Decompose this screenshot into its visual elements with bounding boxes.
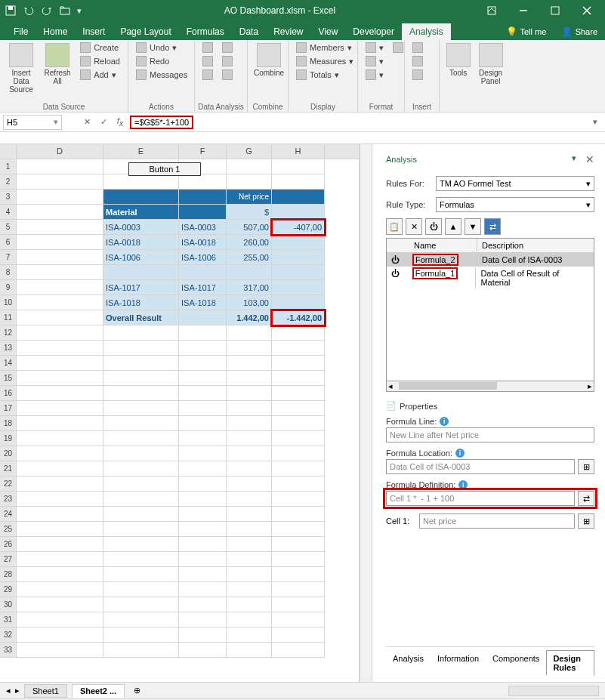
tab-developer[interactable]: Developer: [345, 23, 402, 40]
cell-material[interactable]: Material: [103, 205, 179, 220]
row-header[interactable]: 3: [0, 190, 17, 205]
cancel-icon[interactable]: ✕: [80, 116, 94, 129]
formula-line-input[interactable]: [386, 427, 594, 443]
row-header[interactable]: 30: [0, 597, 17, 612]
overall-result-label[interactable]: Overall Result: [103, 310, 179, 325]
swap-button[interactable]: [219, 69, 236, 81]
row-header[interactable]: 31: [0, 612, 17, 628]
row-header[interactable]: 20: [0, 446, 17, 461]
info-icon[interactable]: i: [458, 480, 468, 489]
hierarchy-button[interactable]: [219, 42, 236, 54]
rules-for-select[interactable]: TM AO Formel Test▾: [436, 176, 594, 191]
combine-button[interactable]: Combine: [252, 42, 286, 79]
col-header-e[interactable]: E: [103, 144, 179, 159]
totals-button[interactable]: Totals ▾: [293, 69, 357, 81]
row-header[interactable]: 13: [0, 341, 17, 356]
delete-rule-button[interactable]: ✕: [406, 218, 422, 235]
design-panel-button[interactable]: Design Panel: [475, 42, 506, 87]
insert-2-button[interactable]: [409, 55, 426, 67]
row-header[interactable]: 7: [0, 250, 17, 265]
tab-formulas[interactable]: Formulas: [179, 23, 232, 40]
format-1-button[interactable]: ▾: [363, 42, 387, 54]
minimize-button[interactable]: [508, 0, 539, 21]
row-header[interactable]: 27: [0, 552, 17, 567]
maximize-button[interactable]: [540, 0, 570, 21]
rule-row[interactable]: ⏻ Formula_2 Data Cell of ISA-0003: [387, 253, 594, 267]
formula-input[interactable]: =$G$5*-1+100: [134, 118, 189, 127]
row-header[interactable]: 17: [0, 401, 17, 416]
row-header[interactable]: 10: [0, 295, 17, 310]
name-box[interactable]: H5▾: [3, 115, 62, 130]
tab-data[interactable]: Data: [232, 23, 266, 40]
select-all-corner[interactable]: [0, 144, 17, 159]
calc-button[interactable]: [219, 55, 236, 67]
expand-formula-icon[interactable]: ▾: [588, 116, 602, 129]
info-icon[interactable]: i: [455, 449, 465, 458]
undo-icon[interactable]: [21, 3, 36, 18]
tab-view[interactable]: View: [311, 23, 346, 40]
row-header[interactable]: 15: [0, 371, 17, 386]
col-header-d[interactable]: D: [17, 144, 103, 159]
sheet-tab-sheet2[interactable]: Sheet2 ...: [72, 684, 125, 698]
col-header-h[interactable]: H: [272, 144, 325, 159]
row-header[interactable]: 32: [0, 628, 17, 643]
format-2-button[interactable]: ▾: [363, 55, 387, 67]
add-button[interactable]: Add ▾: [77, 69, 123, 81]
fx-icon[interactable]: fx: [113, 116, 127, 129]
tab-analysis[interactable]: Analysis: [402, 23, 451, 40]
redo-icon[interactable]: [39, 3, 54, 18]
row-header[interactable]: 6: [0, 235, 17, 250]
sheet-nav-prev[interactable]: ◂: [6, 686, 11, 695]
overall-total-g[interactable]: 1.442,00: [227, 310, 272, 325]
row-header[interactable]: 5: [0, 220, 17, 235]
ptab-design-rules[interactable]: Design Rules: [546, 650, 594, 676]
insert-1-button[interactable]: [409, 42, 426, 54]
move-up-button[interactable]: ▲: [445, 218, 461, 235]
row-header[interactable]: 11: [0, 310, 17, 325]
row-header[interactable]: 29: [0, 582, 17, 597]
panel-close-icon[interactable]: ✕: [585, 153, 594, 165]
row-header[interactable]: 16: [0, 386, 17, 401]
tab-insert[interactable]: Insert: [75, 23, 113, 40]
enter-icon[interactable]: ✓: [97, 116, 110, 129]
formula-definition-input[interactable]: [386, 491, 575, 506]
refresh-all-button[interactable]: Refresh All: [41, 42, 74, 87]
sort-button[interactable]: [199, 69, 216, 81]
messages-button[interactable]: Messages: [133, 69, 190, 81]
rule-type-select[interactable]: Formulas▾: [436, 197, 594, 212]
reload-button[interactable]: Reload: [77, 55, 123, 67]
row-header[interactable]: 28: [0, 567, 17, 582]
prompts-button[interactable]: [199, 42, 216, 54]
row-header[interactable]: 22: [0, 476, 17, 492]
row-header[interactable]: 21: [0, 461, 17, 476]
overall-total-h[interactable]: -1.442,00: [272, 310, 325, 325]
format-4-button[interactable]: [390, 42, 406, 54]
ribbon-options-icon[interactable]: [477, 0, 507, 21]
row-header[interactable]: 23: [0, 492, 17, 507]
close-button[interactable]: [572, 0, 602, 21]
button-1-shape[interactable]: Button 1: [128, 162, 201, 176]
horizontal-scrollbar[interactable]: [508, 686, 599, 696]
data-cell[interactable]: ISA-0003: [179, 220, 227, 235]
share-button[interactable]: 👤 Share: [554, 23, 605, 40]
row-header[interactable]: 24: [0, 507, 17, 522]
row-header[interactable]: 12: [0, 325, 17, 341]
tab-home[interactable]: Home: [35, 23, 75, 40]
row-header[interactable]: 2: [0, 174, 17, 190]
qat-dropdown-icon[interactable]: ▾: [76, 3, 83, 18]
col-header-g[interactable]: G: [227, 144, 272, 159]
insert-3-button[interactable]: [409, 69, 426, 81]
ptab-components[interactable]: Components: [486, 650, 546, 676]
rule-row[interactable]: ⏻ Formula_1 Data Cell of Result of Mater…: [387, 267, 594, 289]
info-icon[interactable]: i: [440, 417, 449, 426]
sheet-nav-next[interactable]: ▸: [15, 686, 20, 695]
vertical-scrollbar[interactable]: [360, 144, 372, 682]
filter-button[interactable]: [199, 55, 216, 67]
rule-list-hscroll[interactable]: ◂ ▸: [386, 381, 594, 392]
copy-rule-button[interactable]: 📋: [386, 218, 403, 235]
tab-page-layout[interactable]: Page Layout: [113, 23, 178, 40]
members-button[interactable]: Members ▾: [293, 42, 357, 54]
create-button[interactable]: Create: [77, 42, 123, 54]
tools-button[interactable]: Tools: [444, 42, 472, 79]
cell1-input[interactable]: [419, 513, 575, 529]
